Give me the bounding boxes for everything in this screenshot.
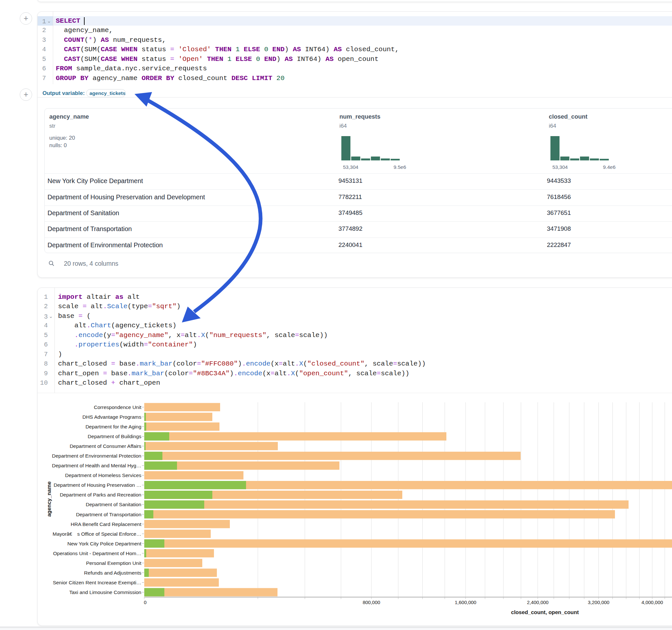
svg-text:Senior Citizen Rent Increase E: Senior Citizen Rent Increase Exempti…	[53, 580, 141, 585]
svg-text:Department of Environmental Pr: Department of Environmental Protection	[52, 453, 141, 459]
svg-text:Personal Exemption Unit: Personal Exemption Unit	[86, 560, 141, 566]
svg-text:Department of Consumer Affairs: Department of Consumer Affairs	[70, 443, 141, 449]
svg-text:2,400,000: 2,400,000	[527, 600, 549, 605]
svg-text:1,600,000: 1,600,000	[455, 600, 477, 605]
svg-text:Department of Transportation: Department of Transportation	[76, 512, 141, 517]
svg-text:Department of Health and Menta: Department of Health and Mental Hyg…	[52, 463, 141, 468]
svg-text:3,200,000: 3,200,000	[588, 600, 609, 605]
svg-text:Department of Housing Preserva: Department of Housing Preservation …	[53, 482, 141, 488]
svg-text:800,000: 800,000	[363, 600, 380, 605]
svg-text:Department of Sanitation: Department of Sanitation	[86, 502, 141, 507]
svg-text:New York City Police Departmen: New York City Police Department	[67, 541, 142, 547]
svg-text:HRA Benefit Card Replacement: HRA Benefit Card Replacement	[71, 522, 142, 527]
svg-text:Department of Parks and Recrea: Department of Parks and Recreation	[59, 492, 141, 498]
svg-text:Mayorâ€ s Office of Special E: Mayorâ€ s Office of Special Enforce…	[52, 531, 141, 537]
svg-text:Department for the Aging: Department for the Aging	[86, 424, 141, 429]
svg-text:Correspondence Unit: Correspondence Unit	[94, 405, 142, 410]
svg-text:agency_name: agency_name	[46, 481, 52, 516]
svg-text:Department of Homeless Service: Department of Homeless Services	[65, 472, 141, 478]
svg-text:Department of Buildings: Department of Buildings	[88, 434, 142, 439]
svg-text:0: 0	[144, 600, 146, 605]
svg-text:4,000,000: 4,000,000	[642, 600, 663, 605]
svg-text:closed_count, open_count: closed_count, open_count	[511, 609, 579, 615]
svg-text:Refunds and Adjustments: Refunds and Adjustments	[84, 570, 141, 576]
svg-text:Taxi and Limousine Commission: Taxi and Limousine Commission	[69, 589, 141, 595]
svg-text:DHS Advantage Programs: DHS Advantage Programs	[82, 414, 141, 420]
svg-text:Operations Unit - Department o: Operations Unit - Department of Hom…	[53, 551, 141, 556]
